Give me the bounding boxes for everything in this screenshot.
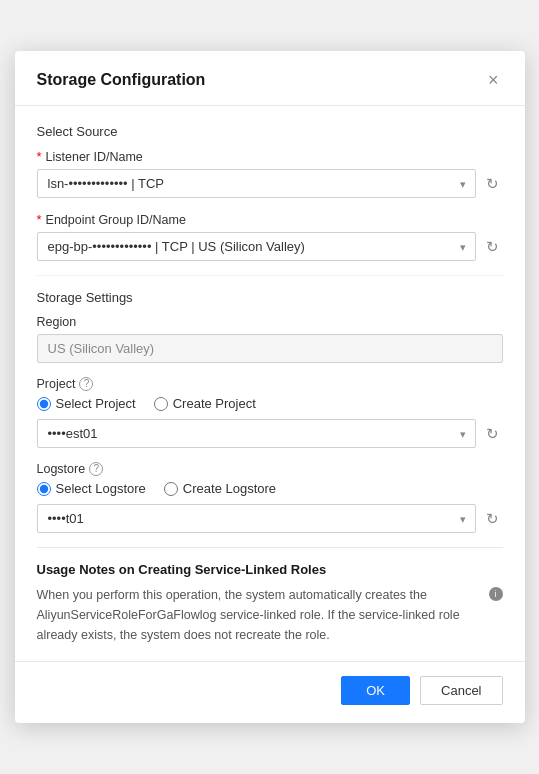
region-field-group: Region	[37, 315, 503, 363]
divider-1	[37, 275, 503, 276]
logstore-select[interactable]: ••••t01	[37, 504, 476, 533]
endpoint-select-row: epg-bp-••••••••••••• | TCP | US (Silicon…	[37, 232, 503, 261]
dialog-footer: OK Cancel	[15, 661, 525, 723]
listener-field-label: * Listener ID/Name	[37, 149, 503, 164]
dialog-title: Storage Configuration	[37, 71, 206, 89]
logstore-select-label: Select Logstore	[56, 481, 146, 496]
logstore-field-group: Logstore ? Select Logstore Create Logsto…	[37, 462, 503, 533]
notes-text: When you perform this operation, the sys…	[37, 585, 503, 645]
notes-section: Usage Notes on Creating Service-Linked R…	[37, 547, 503, 645]
project-create-option[interactable]: Create Project	[154, 396, 256, 411]
project-refresh-button[interactable]: ↻	[482, 424, 503, 443]
project-create-label: Create Project	[173, 396, 256, 411]
logstore-radio-group: Select Logstore Create Logstore	[37, 481, 503, 496]
listener-select-row: lsn-••••••••••••• | TCP ▾ ↻	[37, 169, 503, 198]
ok-button[interactable]: OK	[341, 676, 410, 705]
endpoint-field-group: * Endpoint Group ID/Name epg-bp-••••••••…	[37, 212, 503, 261]
project-radio-group: Select Project Create Project	[37, 396, 503, 411]
endpoint-field-label: * Endpoint Group ID/Name	[37, 212, 503, 227]
region-input	[37, 334, 503, 363]
project-select-row: ••••est01 ▾ ↻	[37, 419, 503, 448]
dialog-body: Select Source * Listener ID/Name lsn-•••…	[15, 106, 525, 661]
project-select-label: Select Project	[56, 396, 136, 411]
project-create-radio[interactable]	[154, 397, 168, 411]
logstore-help-icon[interactable]: ?	[89, 462, 103, 476]
listener-field-group: * Listener ID/Name lsn-••••••••••••• | T…	[37, 149, 503, 198]
logstore-create-radio[interactable]	[164, 482, 178, 496]
listener-select[interactable]: lsn-••••••••••••• | TCP	[37, 169, 476, 198]
project-select-wrapper: ••••est01 ▾	[37, 419, 476, 448]
project-field-label: Project ?	[37, 377, 503, 391]
project-field-group: Project ? Select Project Create Project …	[37, 377, 503, 448]
storage-configuration-dialog: Storage Configuration × Select Source * …	[15, 51, 525, 723]
project-select-option[interactable]: Select Project	[37, 396, 136, 411]
logstore-select-wrapper: ••••t01 ▾	[37, 504, 476, 533]
storage-settings-label: Storage Settings	[37, 290, 503, 305]
cancel-button[interactable]: Cancel	[420, 676, 502, 705]
listener-select-wrapper: lsn-••••••••••••• | TCP ▾	[37, 169, 476, 198]
endpoint-select-wrapper: epg-bp-••••••••••••• | TCP | US (Silicon…	[37, 232, 476, 261]
close-button[interactable]: ×	[484, 69, 503, 91]
logstore-create-option[interactable]: Create Logstore	[164, 481, 276, 496]
dialog-header: Storage Configuration ×	[15, 51, 525, 106]
endpoint-refresh-button[interactable]: ↻	[482, 237, 503, 256]
listener-required-star: *	[37, 149, 42, 164]
region-field-label: Region	[37, 315, 503, 329]
project-select-radio[interactable]	[37, 397, 51, 411]
notes-info-icon[interactable]: i	[489, 587, 503, 601]
listener-refresh-button[interactable]: ↻	[482, 174, 503, 193]
endpoint-required-star: *	[37, 212, 42, 227]
logstore-refresh-button[interactable]: ↻	[482, 509, 503, 528]
logstore-select-option[interactable]: Select Logstore	[37, 481, 146, 496]
select-source-label: Select Source	[37, 124, 503, 139]
logstore-field-label: Logstore ?	[37, 462, 503, 476]
endpoint-select[interactable]: epg-bp-••••••••••••• | TCP | US (Silicon…	[37, 232, 476, 261]
project-help-icon[interactable]: ?	[79, 377, 93, 391]
logstore-create-label: Create Logstore	[183, 481, 276, 496]
logstore-select-radio[interactable]	[37, 482, 51, 496]
project-select[interactable]: ••••est01	[37, 419, 476, 448]
logstore-select-row: ••••t01 ▾ ↻	[37, 504, 503, 533]
notes-title: Usage Notes on Creating Service-Linked R…	[37, 562, 503, 577]
